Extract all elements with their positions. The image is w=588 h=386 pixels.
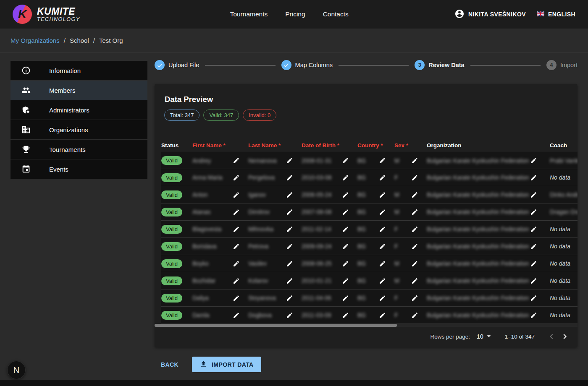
edit-country-button[interactable] <box>378 225 387 234</box>
edit-dob-button[interactable] <box>341 294 350 303</box>
edit-last-button[interactable] <box>285 259 294 268</box>
back-button[interactable]: BACK <box>161 358 178 371</box>
edit-last-button[interactable] <box>285 276 294 285</box>
sidebar-item-administrators[interactable]: Administrators <box>10 100 147 120</box>
sex-value-redacted: M <box>394 277 399 284</box>
chip-invalid: Invalid: 0 <box>243 110 276 121</box>
user-menu[interactable]: NIKITA SVEŠNIKOV <box>454 9 526 20</box>
edit-last-button[interactable] <box>285 294 294 303</box>
edit-org-button[interactable] <box>529 208 538 216</box>
pencil-icon <box>233 226 240 233</box>
edit-first-button[interactable] <box>232 173 241 182</box>
edit-country-button[interactable] <box>378 242 387 251</box>
edit-org-button[interactable] <box>529 173 538 182</box>
edit-country-button[interactable] <box>378 311 387 320</box>
coach-value-redacted: Prabi Vanle <box>550 157 578 164</box>
edit-org-button[interactable] <box>529 294 538 303</box>
edit-sex-button[interactable] <box>410 156 419 165</box>
brand-logo[interactable]: K KUMITE TECHNOLOGY <box>13 5 80 24</box>
nav-link-tournaments[interactable]: Tournaments <box>230 10 268 18</box>
edit-dob-button[interactable] <box>341 190 350 199</box>
org-value-redacted: Bulgarian Karate Kyokushin Federation <box>427 260 529 267</box>
edit-first-button[interactable] <box>232 190 241 199</box>
edit-dob-button[interactable] <box>341 242 350 251</box>
edit-sex-button[interactable] <box>410 259 419 268</box>
edit-sex-button[interactable] <box>410 242 419 251</box>
edit-first-button[interactable] <box>232 156 241 165</box>
edit-last-button[interactable] <box>285 311 294 320</box>
edit-dob-button[interactable] <box>341 311 350 320</box>
edit-first-button[interactable] <box>232 259 241 268</box>
previous-page-button[interactable] <box>545 330 558 343</box>
edit-org-button[interactable] <box>529 311 538 320</box>
edit-last-button[interactable] <box>285 190 294 199</box>
edit-country-button[interactable] <box>378 259 387 268</box>
edit-country-button[interactable] <box>378 190 387 199</box>
sidebar-item-information[interactable]: Information <box>10 61 147 80</box>
edit-first-button[interactable] <box>232 276 241 285</box>
last-cell: Petrova <box>248 242 302 251</box>
language-menu[interactable]: ENGLISH <box>537 11 575 18</box>
edit-dob-button[interactable] <box>341 259 350 268</box>
edit-dob-button[interactable] <box>341 225 350 234</box>
nav-link-contacts[interactable]: Contacts <box>323 10 349 18</box>
edit-dob-button[interactable] <box>341 276 350 285</box>
import-data-button[interactable]: IMPORT DATA <box>192 357 261 372</box>
edit-org-button[interactable] <box>529 190 538 199</box>
edit-org-button[interactable] <box>529 276 538 285</box>
edit-last-button[interactable] <box>285 225 294 234</box>
edit-first-button[interactable] <box>232 208 241 216</box>
import-data-label: IMPORT DATA <box>212 361 254 368</box>
breadcrumb-item-my-organizations[interactable]: My Organizations <box>10 37 60 44</box>
edit-sex-button[interactable] <box>410 311 419 320</box>
edit-first-button[interactable] <box>232 311 241 320</box>
edit-country-button[interactable] <box>378 208 387 216</box>
edit-country-button[interactable] <box>378 276 387 285</box>
pagination-range: 1–10 of 347 <box>505 334 535 340</box>
edit-first-button[interactable] <box>232 225 241 234</box>
dob-value-redacted: 2008-06-25 <box>302 260 332 267</box>
edit-org-button[interactable] <box>529 242 538 251</box>
edit-org-button[interactable] <box>529 225 538 234</box>
edit-last-button[interactable] <box>285 208 294 216</box>
breadcrumb-item-school[interactable]: School <box>70 37 89 44</box>
top-navbar: K KUMITE TECHNOLOGY TournamentsPricingCo… <box>0 0 588 29</box>
edit-dob-button[interactable] <box>341 208 350 216</box>
nextjs-dev-badge[interactable]: N <box>7 361 26 379</box>
edit-org-button[interactable] <box>529 259 538 268</box>
sidebar-item-organizations[interactable]: Organizations <box>10 120 147 139</box>
country-cell: BG <box>357 242 394 251</box>
sidebar-item-events[interactable]: Events <box>10 159 147 179</box>
next-page-button[interactable] <box>558 330 572 343</box>
sidebar-item-tournaments[interactable]: Tournaments <box>10 140 147 159</box>
edit-last-button[interactable] <box>285 156 294 165</box>
edit-last-button[interactable] <box>285 242 294 251</box>
edit-sex-button[interactable] <box>410 276 419 285</box>
horizontal-scrollbar[interactable] <box>155 324 578 327</box>
user-name: NIKITA SVEŠNIKOV <box>468 11 526 18</box>
country-value-redacted: BG <box>357 260 366 267</box>
edit-sex-button[interactable] <box>410 225 419 234</box>
nav-link-pricing[interactable]: Pricing <box>285 10 305 18</box>
edit-sex-button[interactable] <box>410 208 419 216</box>
edit-sex-button[interactable] <box>410 190 419 199</box>
rows-per-page-select[interactable]: 10 <box>477 332 493 342</box>
sidebar-item-members[interactable]: Members <box>10 81 147 100</box>
edit-country-button[interactable] <box>378 156 387 165</box>
edit-last-button[interactable] <box>285 173 294 182</box>
edit-sex-button[interactable] <box>410 173 419 182</box>
edit-first-button[interactable] <box>232 242 241 251</box>
edit-country-button[interactable] <box>378 294 387 303</box>
edit-first-button[interactable] <box>232 294 241 303</box>
edit-sex-button[interactable] <box>410 294 419 303</box>
step-circle: 3 <box>415 60 425 70</box>
edit-org-button[interactable] <box>529 156 538 165</box>
sex-cell: M <box>394 156 427 165</box>
pencil-icon <box>411 277 418 284</box>
scrollbar-thumb[interactable] <box>155 324 397 327</box>
edit-country-button[interactable] <box>378 173 387 182</box>
pencil-icon <box>411 243 418 250</box>
edit-dob-button[interactable] <box>341 173 350 182</box>
edit-dob-button[interactable] <box>341 156 350 165</box>
dob-value-redacted: 2010-03-08 <box>302 174 332 181</box>
